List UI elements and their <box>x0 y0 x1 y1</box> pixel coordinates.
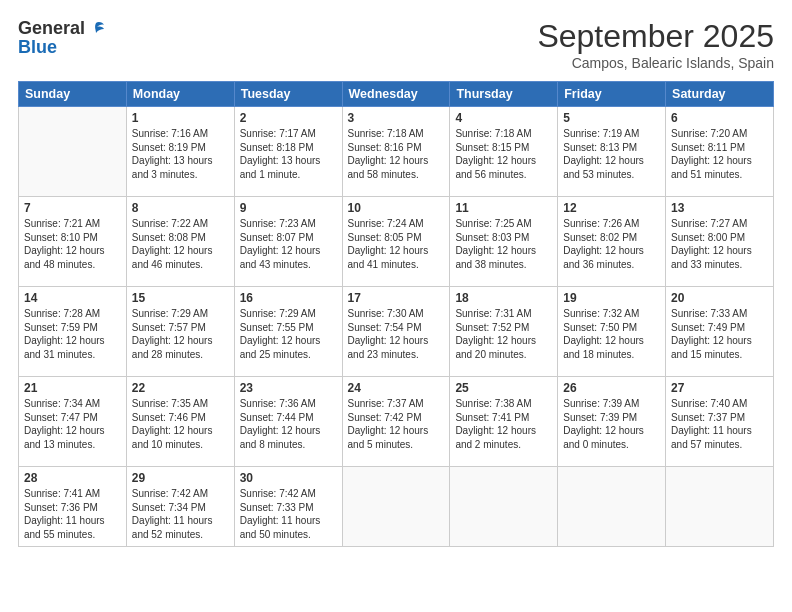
location: Campos, Balearic Islands, Spain <box>537 55 774 71</box>
cell-info: Sunset: 8:03 PM <box>455 231 552 245</box>
table-row: 2Sunrise: 7:17 AMSunset: 8:18 PMDaylight… <box>234 107 342 197</box>
cell-info: and 48 minutes. <box>24 258 121 272</box>
cell-info: Sunrise: 7:37 AM <box>348 397 445 411</box>
cell-info: Daylight: 12 hours <box>563 244 660 258</box>
cell-info: Daylight: 12 hours <box>348 334 445 348</box>
cell-info: Sunrise: 7:29 AM <box>132 307 229 321</box>
table-row: 29Sunrise: 7:42 AMSunset: 7:34 PMDayligh… <box>126 467 234 547</box>
cell-info: and 46 minutes. <box>132 258 229 272</box>
cell-info: and 2 minutes. <box>455 438 552 452</box>
month-title: September 2025 <box>537 18 774 55</box>
cell-info: Sunset: 7:47 PM <box>24 411 121 425</box>
cell-info: and 51 minutes. <box>671 168 768 182</box>
logo-blue: Blue <box>18 37 107 58</box>
day-number: 10 <box>348 201 445 215</box>
day-number: 22 <box>132 381 229 395</box>
cell-info: Sunset: 8:00 PM <box>671 231 768 245</box>
calendar-week-row: 14Sunrise: 7:28 AMSunset: 7:59 PMDayligh… <box>19 287 774 377</box>
calendar-week-row: 21Sunrise: 7:34 AMSunset: 7:47 PMDayligh… <box>19 377 774 467</box>
cell-info: Sunset: 8:08 PM <box>132 231 229 245</box>
cell-info: Sunrise: 7:36 AM <box>240 397 337 411</box>
cell-info: Daylight: 11 hours <box>240 514 337 528</box>
table-row: 7Sunrise: 7:21 AMSunset: 8:10 PMDaylight… <box>19 197 127 287</box>
cell-info: and 25 minutes. <box>240 348 337 362</box>
day-number: 18 <box>455 291 552 305</box>
table-row: 20Sunrise: 7:33 AMSunset: 7:49 PMDayligh… <box>666 287 774 377</box>
cell-info: Sunrise: 7:41 AM <box>24 487 121 501</box>
cell-info: Sunset: 7:34 PM <box>132 501 229 515</box>
table-row: 6Sunrise: 7:20 AMSunset: 8:11 PMDaylight… <box>666 107 774 197</box>
col-wednesday: Wednesday <box>342 82 450 107</box>
col-saturday: Saturday <box>666 82 774 107</box>
cell-info: Sunrise: 7:26 AM <box>563 217 660 231</box>
col-monday: Monday <box>126 82 234 107</box>
cell-info: Sunrise: 7:39 AM <box>563 397 660 411</box>
table-row: 15Sunrise: 7:29 AMSunset: 7:57 PMDayligh… <box>126 287 234 377</box>
table-row: 3Sunrise: 7:18 AMSunset: 8:16 PMDaylight… <box>342 107 450 197</box>
cell-info: Sunset: 8:19 PM <box>132 141 229 155</box>
cell-info: Sunrise: 7:17 AM <box>240 127 337 141</box>
calendar-week-row: 28Sunrise: 7:41 AMSunset: 7:36 PMDayligh… <box>19 467 774 547</box>
day-number: 19 <box>563 291 660 305</box>
cell-info: Sunset: 8:15 PM <box>455 141 552 155</box>
cell-info: Daylight: 13 hours <box>132 154 229 168</box>
day-number: 11 <box>455 201 552 215</box>
table-row: 4Sunrise: 7:18 AMSunset: 8:15 PMDaylight… <box>450 107 558 197</box>
cell-info: Sunrise: 7:31 AM <box>455 307 552 321</box>
table-row: 11Sunrise: 7:25 AMSunset: 8:03 PMDayligh… <box>450 197 558 287</box>
cell-info: Sunset: 8:11 PM <box>671 141 768 155</box>
col-friday: Friday <box>558 82 666 107</box>
table-row: 28Sunrise: 7:41 AMSunset: 7:36 PMDayligh… <box>19 467 127 547</box>
cell-info: Sunrise: 7:16 AM <box>132 127 229 141</box>
cell-info: Daylight: 12 hours <box>563 334 660 348</box>
day-number: 1 <box>132 111 229 125</box>
cell-info: Daylight: 12 hours <box>240 244 337 258</box>
table-row <box>342 467 450 547</box>
day-number: 12 <box>563 201 660 215</box>
day-number: 13 <box>671 201 768 215</box>
table-row: 19Sunrise: 7:32 AMSunset: 7:50 PMDayligh… <box>558 287 666 377</box>
cell-info: Daylight: 12 hours <box>132 244 229 258</box>
cell-info: and 20 minutes. <box>455 348 552 362</box>
cell-info: Daylight: 12 hours <box>455 424 552 438</box>
table-row: 1Sunrise: 7:16 AMSunset: 8:19 PMDaylight… <box>126 107 234 197</box>
cell-info: Sunrise: 7:40 AM <box>671 397 768 411</box>
page: General Blue September 2025 Campos, Bale… <box>0 0 792 612</box>
col-tuesday: Tuesday <box>234 82 342 107</box>
cell-info: Sunrise: 7:30 AM <box>348 307 445 321</box>
day-number: 6 <box>671 111 768 125</box>
day-number: 30 <box>240 471 337 485</box>
cell-info: Sunset: 7:42 PM <box>348 411 445 425</box>
table-row: 22Sunrise: 7:35 AMSunset: 7:46 PMDayligh… <box>126 377 234 467</box>
cell-info: and 15 minutes. <box>671 348 768 362</box>
table-row: 26Sunrise: 7:39 AMSunset: 7:39 PMDayligh… <box>558 377 666 467</box>
cell-info: Daylight: 12 hours <box>348 244 445 258</box>
cell-info: Sunrise: 7:35 AM <box>132 397 229 411</box>
cell-info: and 58 minutes. <box>348 168 445 182</box>
cell-info: Sunset: 7:52 PM <box>455 321 552 335</box>
cell-info: and 41 minutes. <box>348 258 445 272</box>
cell-info: Daylight: 12 hours <box>132 424 229 438</box>
calendar-table: Sunday Monday Tuesday Wednesday Thursday… <box>18 81 774 547</box>
day-number: 27 <box>671 381 768 395</box>
table-row: 9Sunrise: 7:23 AMSunset: 8:07 PMDaylight… <box>234 197 342 287</box>
day-number: 28 <box>24 471 121 485</box>
cell-info: Sunset: 7:54 PM <box>348 321 445 335</box>
cell-info: Sunrise: 7:19 AM <box>563 127 660 141</box>
cell-info: Daylight: 11 hours <box>671 424 768 438</box>
cell-info: Sunrise: 7:33 AM <box>671 307 768 321</box>
cell-info: Daylight: 12 hours <box>348 424 445 438</box>
cell-info: Daylight: 11 hours <box>24 514 121 528</box>
cell-info: Sunrise: 7:20 AM <box>671 127 768 141</box>
cell-info: Daylight: 12 hours <box>563 154 660 168</box>
table-row: 18Sunrise: 7:31 AMSunset: 7:52 PMDayligh… <box>450 287 558 377</box>
cell-info: Sunset: 8:13 PM <box>563 141 660 155</box>
cell-info: Sunset: 7:36 PM <box>24 501 121 515</box>
cell-info: Sunset: 8:10 PM <box>24 231 121 245</box>
cell-info: Sunrise: 7:27 AM <box>671 217 768 231</box>
day-number: 2 <box>240 111 337 125</box>
day-number: 21 <box>24 381 121 395</box>
cell-info: Daylight: 11 hours <box>132 514 229 528</box>
cell-info: Daylight: 12 hours <box>132 334 229 348</box>
cell-info: Sunrise: 7:23 AM <box>240 217 337 231</box>
